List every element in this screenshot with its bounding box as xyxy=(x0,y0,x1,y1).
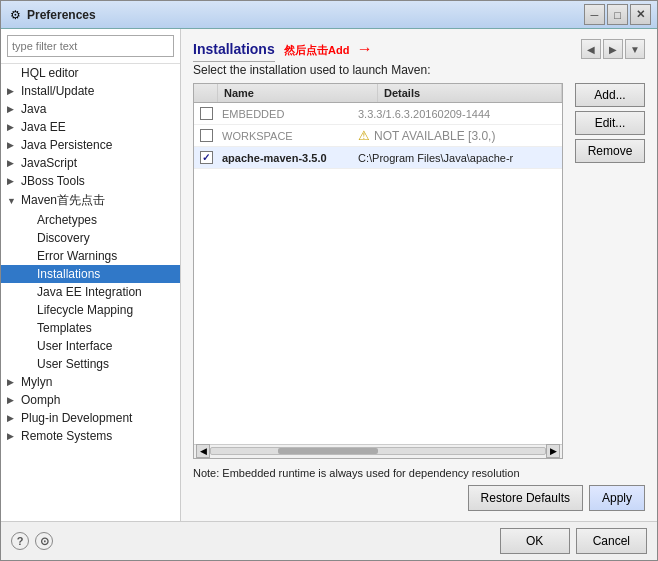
minimize-button[interactable]: ─ xyxy=(584,4,605,25)
row-details-embedded: 3.3.3/1.6.3.20160209-1444 xyxy=(354,106,562,122)
tree-item-user-settings[interactable]: User Settings xyxy=(1,355,180,373)
warning-icon: ⚠ xyxy=(358,128,370,143)
tree-label: Templates xyxy=(37,321,92,335)
tree-label: Installations xyxy=(37,267,100,281)
table-body: EMBEDDED 3.3.3/1.6.3.20160209-1444 WORKS… xyxy=(194,103,562,444)
footer-help: ? ⊙ xyxy=(11,532,53,550)
horizontal-scrollbar[interactable]: ◀ ▶ xyxy=(194,444,562,458)
tree-item-installations[interactable]: Installations xyxy=(1,265,180,283)
search-box xyxy=(1,29,180,64)
expand-arrow: ▶ xyxy=(7,377,21,387)
tree-item-javaee-integration[interactable]: Java EE Integration xyxy=(1,283,180,301)
tree-item-java-persistence[interactable]: ▶ Java Persistence xyxy=(1,136,180,154)
left-panel: HQL editor ▶ Install/Update ▶ Java ▶ Jav… xyxy=(1,29,181,521)
add-button[interactable]: Add... xyxy=(575,83,645,107)
tree-item-java[interactable]: ▶ Java xyxy=(1,100,180,118)
row-name-apache-maven: apache-maven-3.5.0 xyxy=(218,150,354,166)
right-panel: Installations 然后点击Add → ◀ ▶ ▼ Select the… xyxy=(181,29,657,521)
th-checkbox xyxy=(194,84,218,102)
scroll-track[interactable] xyxy=(210,447,546,455)
nav-forward-icon[interactable]: ▶ xyxy=(603,39,623,59)
tree-item-jboss-tools[interactable]: ▶ JBoss Tools xyxy=(1,172,180,190)
tree-label: Lifecycle Mapping xyxy=(37,303,133,317)
preferences-window: ⚙ Preferences ─ □ ✕ HQL editor ▶ xyxy=(0,0,658,561)
window-title: Preferences xyxy=(27,8,584,22)
tree-label: Java xyxy=(21,102,46,116)
checkbox-icon[interactable]: ✓ xyxy=(200,151,213,164)
help-icon2[interactable]: ⊙ xyxy=(35,532,53,550)
note-text: Note: Embedded runtime is always used fo… xyxy=(193,465,645,482)
expand-arrow: ▶ xyxy=(7,140,21,150)
window-icon: ⚙ xyxy=(7,7,23,23)
tree-item-mylyn[interactable]: ▶ Mylyn xyxy=(1,373,180,391)
search-input[interactable] xyxy=(7,35,174,57)
expand-arrow: ▶ xyxy=(7,413,21,423)
nav-menu-icon[interactable]: ▼ xyxy=(625,39,645,59)
remove-button[interactable]: Remove xyxy=(575,139,645,163)
expand-arrow: ▶ xyxy=(7,104,21,114)
restore-defaults-button[interactable]: Restore Defaults xyxy=(468,485,583,511)
table-plus-buttons-area: Name Details EMBEDDED 3.3.3/1.6.3.201602… xyxy=(193,83,645,459)
table-row[interactable]: ✓ apache-maven-3.5.0 C:\Program Files\Ja… xyxy=(194,147,562,169)
row-name-workspace: WORKSPACE xyxy=(218,128,354,144)
row-details-workspace: ⚠ NOT AVAILABLE [3.0,) xyxy=(354,126,562,145)
cancel-button[interactable]: Cancel xyxy=(576,528,647,554)
table-row[interactable]: WORKSPACE ⚠ NOT AVAILABLE [3.0,) xyxy=(194,125,562,147)
help-icon[interactable]: ? xyxy=(11,532,29,550)
ok-button[interactable]: OK xyxy=(500,528,570,554)
footer: ? ⊙ OK Cancel xyxy=(1,521,657,560)
expand-arrow: ▼ xyxy=(7,196,21,206)
th-details: Details xyxy=(378,84,562,102)
scroll-thumb xyxy=(278,448,378,454)
restore-apply-area: Restore Defaults Apply xyxy=(193,485,645,511)
tree-label: HQL editor xyxy=(21,66,79,80)
tree-item-hql-editor[interactable]: HQL editor xyxy=(1,64,180,82)
scroll-right-btn[interactable]: ▶ xyxy=(546,444,560,458)
red-arrow-icon: → xyxy=(357,40,373,57)
edit-button[interactable]: Edit... xyxy=(575,111,645,135)
tree-item-discovery[interactable]: Discovery xyxy=(1,229,180,247)
tree-label: Maven首先点击 xyxy=(21,192,105,209)
close-button[interactable]: ✕ xyxy=(630,4,651,25)
expand-arrow: ▶ xyxy=(7,86,21,96)
tree-item-plugin-dev[interactable]: ▶ Plug-in Development xyxy=(1,409,180,427)
main-content: HQL editor ▶ Install/Update ▶ Java ▶ Jav… xyxy=(1,29,657,521)
tree-item-user-interface[interactable]: User Interface xyxy=(1,337,180,355)
tree-item-error-warnings[interactable]: Error Warnings xyxy=(1,247,180,265)
expand-arrow: ▶ xyxy=(7,431,21,441)
apply-button[interactable]: Apply xyxy=(589,485,645,511)
tree-item-java-ee[interactable]: ▶ Java EE xyxy=(1,118,180,136)
checkbox-icon[interactable] xyxy=(200,129,213,142)
row-name-embedded: EMBEDDED xyxy=(218,106,354,122)
row-checkbox-workspace[interactable] xyxy=(194,129,218,142)
nav-back-icon[interactable]: ◀ xyxy=(581,39,601,59)
tree-item-javascript[interactable]: ▶ JavaScript xyxy=(1,154,180,172)
tree-label: Oomph xyxy=(21,393,60,407)
expand-arrow: ▶ xyxy=(7,158,21,168)
table-header: Name Details xyxy=(194,84,562,103)
tree-item-maven[interactable]: ▼ Maven首先点击 xyxy=(1,190,180,211)
expand-arrow: ▶ xyxy=(7,176,21,186)
scroll-left-btn[interactable]: ◀ xyxy=(196,444,210,458)
nav-icons: ◀ ▶ ▼ xyxy=(581,39,645,59)
tree-item-oomph[interactable]: ▶ Oomph xyxy=(1,391,180,409)
tree-item-archetypes[interactable]: Archetypes xyxy=(1,211,180,229)
title-bar: ⚙ Preferences ─ □ ✕ xyxy=(1,1,657,29)
table-area: Name Details EMBEDDED 3.3.3/1.6.3.201602… xyxy=(193,83,563,459)
tree-item-templates[interactable]: Templates xyxy=(1,319,180,337)
tree-item-install-update[interactable]: ▶ Install/Update xyxy=(1,82,180,100)
maximize-button[interactable]: □ xyxy=(607,4,628,25)
tree-label: Java EE xyxy=(21,120,66,134)
row-checkbox-apache-maven[interactable]: ✓ xyxy=(194,151,218,164)
expand-arrow: ▶ xyxy=(7,395,21,405)
row-checkbox-embedded[interactable] xyxy=(194,107,218,120)
annotation-text: 然后点击Add xyxy=(284,44,349,56)
checkbox-icon[interactable] xyxy=(200,107,213,120)
tree-item-remote-systems[interactable]: ▶ Remote Systems xyxy=(1,427,180,445)
tree-label: JavaScript xyxy=(21,156,77,170)
tree-item-lifecycle-mapping[interactable]: Lifecycle Mapping xyxy=(1,301,180,319)
subtitle: Select the installation used to launch M… xyxy=(193,63,645,77)
tree-area: HQL editor ▶ Install/Update ▶ Java ▶ Jav… xyxy=(1,64,180,521)
table-row[interactable]: EMBEDDED 3.3.3/1.6.3.20160209-1444 xyxy=(194,103,562,125)
workspace-details-text: NOT AVAILABLE [3.0,) xyxy=(374,129,495,143)
